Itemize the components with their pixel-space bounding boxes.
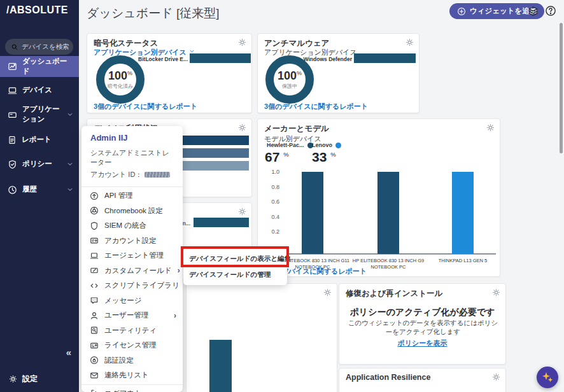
menu-item-5[interactable]: エージェント管理 bbox=[81, 248, 183, 263]
utility-doc-icon bbox=[90, 326, 99, 335]
encryption-bar bbox=[190, 53, 251, 63]
account-dropdown-menu: Admin IIJ システムアドミニストレーター アカウント ID： API 管… bbox=[81, 126, 183, 392]
gear-icon[interactable] bbox=[238, 38, 246, 46]
report-icon bbox=[8, 136, 17, 144]
menu-item-2[interactable]: Chromebook 設定 bbox=[81, 204, 183, 219]
sidebar-item-6[interactable]: 履歴 bbox=[0, 181, 79, 199]
apps-icon bbox=[8, 110, 17, 120]
account-card-icon bbox=[90, 236, 99, 245]
widget-antimalware: アンチマルウェア アプリケーション別デバイス Windows Defender … bbox=[257, 33, 419, 113]
account-name: Admin IIJ bbox=[90, 133, 174, 143]
sidebar-item-3[interactable]: アプリケーション bbox=[0, 100, 79, 129]
chevron-down-icon bbox=[66, 111, 74, 118]
menu-item-label: スクリプトライブラリ bbox=[104, 281, 180, 290]
menu-item-11[interactable]: ライセンス管理 bbox=[81, 338, 183, 353]
settings-label: 設定 bbox=[22, 374, 38, 384]
logout-icon bbox=[90, 389, 99, 392]
agent-laptop-icon bbox=[90, 251, 99, 260]
widget-title: Application Resilience bbox=[346, 373, 430, 382]
y-axis-tick: 0.6 bbox=[263, 199, 279, 205]
menu-item-label: 連絡先リスト bbox=[104, 370, 176, 380]
gear-icon[interactable] bbox=[238, 123, 246, 132]
collapse-sidebar-button[interactable]: « bbox=[66, 347, 71, 358]
encryption-donut-chart: 100% 暗号化済み bbox=[96, 55, 145, 104]
siem-shield-icon bbox=[90, 221, 99, 230]
remediation-body: このウィジェットのデータを表示するにはポリシーをアクティブ化します bbox=[346, 319, 500, 336]
y-axis-tick: 0.4 bbox=[263, 214, 279, 220]
antimalware-report-link[interactable]: 3個のデバイスに関するレポート bbox=[264, 102, 368, 111]
menu-item-12[interactable]: 認証設定 bbox=[81, 353, 183, 368]
menu-divider bbox=[81, 186, 183, 187]
sidebar-item-4[interactable]: レポート bbox=[0, 131, 79, 149]
menu-item-7[interactable]: スクリプトライブラリ bbox=[81, 278, 183, 293]
menu-item-label: アカウント設定 bbox=[104, 236, 176, 246]
chevron-right-icon: › bbox=[174, 311, 176, 320]
menu-item-label: ユーザー管理 bbox=[104, 311, 168, 320]
menu-item-label: SIEM の統合 bbox=[104, 221, 176, 230]
menu-divider bbox=[81, 384, 183, 385]
user-icon bbox=[90, 311, 99, 320]
device-icon bbox=[8, 86, 17, 95]
script-code-icon bbox=[90, 281, 99, 290]
menu-item-label: 認証設定 bbox=[104, 356, 176, 365]
sidebar-item-2[interactable]: デバイス bbox=[0, 81, 79, 99]
remediation-headline: ポリシーのアクティブ化が必要です bbox=[339, 307, 505, 318]
help-icon[interactable] bbox=[544, 4, 558, 18]
menu-item-10[interactable]: ユーティリティ bbox=[81, 323, 183, 339]
gear-icon[interactable] bbox=[492, 373, 500, 381]
history-icon bbox=[8, 185, 17, 195]
widget-app-resilience: Application Resilience bbox=[339, 368, 506, 392]
ai-assistant-button[interactable] bbox=[537, 367, 558, 388]
menu-item-4[interactable]: アカウント設定 bbox=[81, 234, 183, 249]
account-id-label: アカウント ID： bbox=[90, 170, 142, 179]
menu-item-label: カスタムフィールド bbox=[104, 266, 172, 276]
legend-label: Lenovo bbox=[312, 142, 332, 148]
chromebook-icon bbox=[90, 206, 99, 215]
chevron-down-icon bbox=[66, 160, 74, 168]
sidebar-item-label: ダッシュボード bbox=[22, 57, 74, 76]
sidebar-item-label: レポート bbox=[22, 135, 74, 145]
menu-item-3[interactable]: SIEM の統合 bbox=[81, 218, 183, 234]
plus-circle-icon bbox=[457, 7, 466, 16]
antimalware-bar bbox=[354, 53, 416, 63]
y-axis-tick: 0.2 bbox=[263, 228, 279, 235]
absolute-logo: /ABSOLUTE bbox=[6, 4, 68, 16]
legend-item-1: Hewlett-Pac... bbox=[267, 142, 313, 148]
menu-item-logout[interactable]: ログアウト bbox=[81, 386, 183, 392]
device-search-input[interactable]: デバイスを検索 bbox=[5, 39, 73, 55]
widget-title: 修復および再インストール bbox=[346, 288, 442, 299]
license-card-icon bbox=[90, 341, 99, 350]
widget-remediation: 修復および再インストール ポリシーのアクティブ化が必要です このウィジェットのデ… bbox=[339, 283, 506, 365]
menu-item-label: エージェント管理 bbox=[104, 251, 176, 260]
layers-icon[interactable] bbox=[526, 4, 540, 18]
sidebar-item-settings[interactable]: 設定 bbox=[9, 374, 38, 384]
sidebar-item-1[interactable]: ダッシュボード bbox=[0, 56, 79, 77]
show-policy-link[interactable]: ポリシーを表示 bbox=[339, 339, 505, 348]
message-chat-icon bbox=[90, 296, 99, 305]
menu-item-13[interactable]: 連絡先リスト bbox=[81, 368, 183, 383]
menu-item-6[interactable]: カスタムフィールド› bbox=[81, 263, 183, 279]
search-icon bbox=[11, 43, 18, 51]
gear-icon[interactable] bbox=[486, 123, 495, 132]
submenu-item-2[interactable]: デバイスフィールドの管理 bbox=[183, 267, 287, 283]
encryption-report-link[interactable]: 3個のデバイスに関するレポート bbox=[94, 102, 197, 111]
account-role: システムアドミニストレーター bbox=[90, 148, 174, 167]
scrollbar-thumb[interactable] bbox=[560, 23, 563, 153]
menu-item-8[interactable]: メッセージ bbox=[81, 293, 183, 309]
menu-item-1[interactable]: API 管理 bbox=[81, 188, 183, 204]
menu-item-9[interactable]: ユーザー管理› bbox=[81, 308, 183, 323]
gear-icon[interactable] bbox=[238, 207, 246, 216]
sidebar-item-label: デバイス bbox=[22, 85, 74, 95]
custom-fields-submenu: デバイスフィールドの表示と編集デバイスフィールドの管理 bbox=[183, 248, 287, 285]
auth-lock-icon bbox=[90, 356, 99, 365]
account-id-redacted bbox=[145, 172, 170, 178]
hidden-widget-bar bbox=[194, 218, 249, 227]
legend-item-2: Lenovo bbox=[312, 142, 341, 148]
submenu-item-1[interactable]: デバイスフィールドの表示と編集 bbox=[183, 251, 287, 267]
sidebar-item-label: アプリケーション bbox=[22, 104, 61, 124]
sidebar-item-5[interactable]: ポリシー bbox=[0, 155, 79, 173]
sidebar-item-label: 履歴 bbox=[22, 185, 61, 195]
gear-icon[interactable] bbox=[323, 288, 332, 297]
gear-icon[interactable] bbox=[492, 288, 500, 297]
gear-icon[interactable] bbox=[405, 38, 414, 46]
